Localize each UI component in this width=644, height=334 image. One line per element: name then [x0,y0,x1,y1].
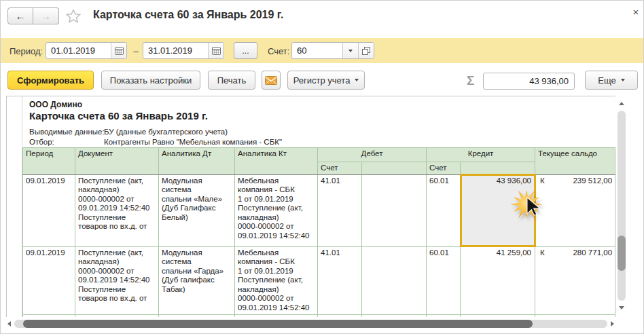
account-input[interactable] [292,43,342,58]
vertical-scroll-thumb[interactable] [618,236,626,271]
cell-debit-account[interactable]: 41.01 [318,174,362,246]
header-credit-amount[interactable] [461,162,535,175]
register-button-label: Регистр учета [293,75,351,86]
balance-amount: 239 512,00 [573,177,612,186]
account-label: Счет: [268,45,289,56]
header-credit-account[interactable]: Счет [427,162,461,175]
selection-filter-label: Отбор: [29,138,104,146]
balance-amount: 280 771,00 [573,248,612,258]
cell-balance[interactable]: К 239 512,00 [535,174,615,246]
favorite-star-icon[interactable] [66,9,81,23]
cell-analytics-dt[interactable]: Модульная система спальни «Гарда» (Дуб г… [159,246,235,314]
cell-period[interactable]: 09.01.2019 [23,174,75,246]
header-analytics-dt[interactable]: Аналитика Дт [159,148,235,175]
cell-analytics-kt[interactable]: Мебельная компания - СБК 1 от 09.01.2019… [235,246,318,314]
organization-name: ООО Домино [29,100,82,109]
caret-down-icon [355,79,359,81]
cell-document[interactable]: Поступление (акт, накладная) 0000-000002… [75,246,159,314]
filter-bar: Период: – [1,38,644,63]
print-button-label: Печать [217,75,247,86]
account-dropdown-button[interactable] [342,43,358,58]
scroll-left-arrow-icon[interactable] [7,321,11,327]
table-row: 09.01.2019 Поступление (акт, накладная) … [23,246,615,314]
calendar-icon [212,46,221,55]
balance-side: К [540,177,545,186]
account-card-table: Период Документ Аналитика Дт Аналитика К… [22,147,615,317]
close-icon[interactable]: × [630,6,642,18]
output-data-row: Выводимые данные: БУ (данные бухгалтерск… [29,128,228,136]
header-debit-amount[interactable] [362,162,427,175]
cell-balance[interactable]: К 280 771,00 [535,246,615,314]
sum-sigma-icon: Σ [467,73,474,88]
report-spreadsheet: ООО Домино Карточка счета 60 за Январь 2… [6,96,615,317]
date-from-input[interactable] [46,43,111,58]
scroll-down-arrow-icon[interactable] [619,306,624,310]
send-mail-button[interactable] [262,71,281,90]
window-title: Карточка счета 60 за Январь 2019 г. [93,9,283,21]
table-row-clipped [23,314,615,317]
scroll-right-arrow-icon[interactable] [611,321,614,327]
selection-filter-value: Контрагенты Равно "Мебельная компания - … [104,138,282,146]
cell-period[interactable]: 09.01.2019 [23,246,75,314]
header-debit[interactable]: Дебет [318,148,427,162]
output-data-value: БУ (данные бухгалтерского учета) [104,128,228,136]
header-balance[interactable]: Текущее сальдо [535,148,615,175]
date-from-calendar-button[interactable] [111,43,126,58]
cell-debit-account[interactable]: 41.01 [318,246,362,314]
print-button[interactable]: Печать [208,71,255,90]
back-button[interactable]: ← [7,7,33,24]
scroll-up-arrow-icon[interactable] [619,102,624,105]
open-value-icon [362,47,370,55]
account-open-button[interactable] [358,43,374,58]
caret-down-icon [348,50,353,52]
date-to-input[interactable] [143,43,208,58]
date-from-field [46,42,127,59]
calendar-icon [115,46,124,55]
cell-analytics-dt[interactable]: Модульная система спальни «Мале» (Дуб Га… [159,174,235,246]
report-toolbar: Сформировать Показать настройки Печать Р… [1,69,644,94]
cell-debit-amount[interactable] [362,246,427,314]
selection-filter-row: Отбор: Контрагенты Равно "Мебельная комп… [29,138,282,146]
output-data-label: Выводимые данные: [29,128,104,136]
header-period[interactable]: Период [23,148,75,175]
period-options-button[interactable]: ... [234,42,257,59]
date-to-field [143,42,224,59]
header-analytics-kt[interactable]: Аналитика Кт [235,148,318,175]
account-field [291,42,374,59]
cell-credit-amount[interactable]: 41 259,00 [461,246,535,314]
horizontal-scrollbar [6,319,615,329]
generate-button-label: Сформировать [17,75,84,86]
cell-document[interactable]: Поступление (акт, накладная) 0000-000002… [75,174,159,246]
envelope-icon [265,76,277,85]
cell-credit-account[interactable]: 60.01 [427,174,461,246]
row-header-strip [7,96,22,317]
balance-side: К [540,248,545,258]
header-debit-account[interactable]: Счет [318,162,362,175]
header-document[interactable]: Документ [75,148,159,175]
autosum-field[interactable] [483,73,575,90]
table-row: 09.01.2019 Поступление (акт, накладная) … [23,174,615,246]
vertical-scroll-track[interactable] [618,111,626,301]
show-settings-label: Показать настройки [110,75,192,86]
period-label: Период: [10,45,43,56]
date-range-dash: – [131,45,141,56]
header-credit[interactable]: Кредит [427,148,535,162]
generate-button[interactable]: Сформировать [7,71,94,90]
account-card-window: ← → Карточка счета 60 за Январь 2019 г. … [0,0,644,334]
vertical-scrollbar [616,97,627,314]
show-settings-button[interactable]: Показать настройки [101,71,200,90]
nav-history-group: ← → [7,7,59,24]
register-menu-button[interactable]: Регистр учета [287,71,365,90]
caret-down-icon [621,79,625,81]
horizontal-scroll-track[interactable] [14,320,607,328]
more-button-label: Еще [598,75,615,86]
report-title: Карточка счета 60 за Январь 2019 г. [29,110,208,122]
cell-analytics-kt[interactable]: Мебельная компания - СБК 1 от 09.01.2019… [235,174,318,246]
cell-debit-amount[interactable] [362,174,427,246]
horizontal-scroll-thumb[interactable] [23,320,533,328]
cell-credit-account[interactable]: 60.01 [427,246,461,314]
forward-button[interactable]: → [33,7,59,24]
date-to-calendar-button[interactable] [208,43,223,58]
cell-credit-amount-selected[interactable]: 43 936,00 [461,174,535,246]
more-menu-button[interactable]: Еще [585,71,638,90]
